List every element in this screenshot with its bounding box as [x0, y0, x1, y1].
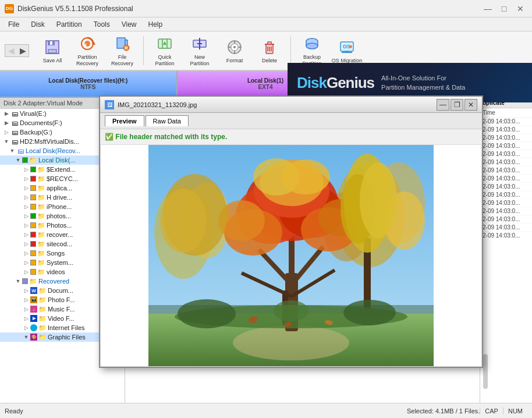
color-box-iphone: [30, 204, 36, 210]
menu-file[interactable]: File: [2, 19, 25, 30]
disk-tab-1-fs: EXT4: [258, 84, 273, 90]
svg-point-82: [178, 299, 236, 328]
color-box-recovered: [22, 278, 28, 284]
tab-raw-data[interactable]: Raw Data: [146, 115, 189, 126]
expand-hd2[interactable]: ▼: [2, 137, 10, 146]
disk-tab-0[interactable]: Local Disk(Recover files)(H:) NTFS: [0, 71, 178, 97]
os-migration-icon: OS: [338, 38, 356, 56]
partition-recovery-button[interactable]: R PartitionRecovery: [71, 34, 104, 68]
color-box-applica: [30, 185, 36, 191]
svg-text:R: R: [84, 43, 87, 47]
folder-icon-graphicfiles: 📁: [38, 333, 47, 341]
tree-label-videofiles: Video F...: [48, 315, 75, 322]
quick-partition-button[interactable]: QuickPartition: [148, 34, 181, 68]
expand-musicfiles[interactable]: ▷: [22, 305, 30, 313]
expand-iphone[interactable]: ▷: [22, 203, 30, 211]
status-ready: Ready: [5, 408, 407, 415]
music-icon: ♪: [30, 306, 37, 313]
file-recovery-button[interactable]: R FileRecovery: [106, 34, 139, 68]
expand-localdisk[interactable]: ▼: [8, 147, 16, 155]
time-entry-8: 2-09 14:03:0...: [480, 183, 532, 191]
time-entry-1: 2-09 14:03:0...: [480, 126, 532, 134]
svg-text:R: R: [125, 45, 128, 51]
folder-icon-extend: 📁: [37, 165, 45, 173]
expand-virtual[interactable]: ▶: [2, 109, 10, 118]
expand-applica[interactable]: ▷: [22, 184, 30, 192]
expand-Photos[interactable]: ▷: [22, 221, 30, 229]
modal-controls: — ❐ ✕: [437, 99, 477, 111]
new-partition-icon: [190, 34, 209, 53]
folder-icon-iphone: 📁: [37, 203, 45, 211]
photo-icon: 📷: [30, 296, 37, 303]
new-partition-label: NewPartition: [190, 54, 209, 67]
expand-localdisk-sub[interactable]: ▼: [14, 156, 22, 164]
folder-icon-applica: 📁: [37, 184, 45, 192]
modal-titlebar[interactable]: 🖼 IMG_20210321_113209.jpg — ❐ ✕: [100, 97, 482, 113]
format-button[interactable]: Format: [218, 34, 251, 68]
status-selection: Selected: 4.1MB / 1 Files.: [407, 408, 480, 415]
tree-label-localdisk: Local Disk(Recov...: [26, 147, 80, 154]
expand-internetfiles[interactable]: ▷: [22, 324, 30, 332]
folder-icon-musicfiles: 📁: [38, 305, 47, 313]
svg-rect-29: [268, 42, 271, 44]
expand-graphicfiles[interactable]: ▼: [22, 333, 30, 341]
expand-system[interactable]: ▷: [22, 258, 30, 267]
quick-partition-label: QuickPartition: [155, 54, 174, 67]
save-all-button[interactable]: Save All: [36, 34, 69, 68]
modal-close-btn[interactable]: ✕: [464, 99, 477, 111]
menu-tools[interactable]: Tools: [88, 19, 116, 30]
tree-label-recovered: Recovered: [38, 278, 69, 285]
tree-label-virtual: Virual(E:): [20, 110, 47, 117]
right-time-panel: uplicate Time 2-09 14:03:0... 2-09 14:03…: [480, 98, 532, 403]
scrollbar-thumb[interactable]: [483, 354, 488, 389]
maximize-button[interactable]: □: [497, 3, 511, 15]
tab-preview[interactable]: Preview: [105, 115, 144, 126]
expand-photos-lower[interactable]: ▷: [22, 212, 30, 220]
nav-forward-arrow[interactable]: ▶: [17, 45, 29, 56]
expand-songs[interactable]: ▷: [22, 249, 30, 257]
expand-videofiles[interactable]: ▷: [22, 314, 30, 323]
modal-minimize-btn[interactable]: —: [437, 99, 449, 111]
modal-title-icon: 🖼: [105, 100, 114, 109]
modal-restore-btn[interactable]: ❐: [451, 99, 463, 111]
expand-extend[interactable]: ▷: [22, 165, 30, 173]
expand-photofiles[interactable]: ▷: [22, 296, 30, 304]
expand-docs[interactable]: ▶: [2, 119, 10, 127]
tree-label-iphone: iPhone...: [47, 203, 72, 210]
folder-icon-recyc: 📁: [37, 175, 45, 183]
graphic-icon: 🎨: [30, 334, 37, 341]
color-box-videos: [30, 269, 36, 275]
minimize-button[interactable]: —: [481, 3, 495, 15]
file-recovery-label: FileRecovery: [111, 54, 133, 67]
nav-back-arrow[interactable]: ◀: [5, 45, 17, 56]
tree-label-videos: videos: [47, 268, 65, 275]
expand-videos[interactable]: ▷: [22, 268, 30, 276]
menu-disk[interactable]: Disk: [25, 19, 50, 30]
folder-icon-photofiles: 📁: [38, 296, 47, 304]
expand-hdrive[interactable]: ▷: [22, 193, 30, 201]
time-entry-10: 2-09 14:03:0...: [480, 199, 532, 207]
menu-help[interactable]: Help: [143, 19, 169, 30]
expand-sitecod[interactable]: ▷: [22, 240, 30, 248]
expand-backup[interactable]: ▷: [2, 128, 10, 136]
color-box-recyc: [30, 176, 36, 182]
new-partition-button[interactable]: NewPartition: [183, 34, 216, 68]
expand-docfiles[interactable]: ▷: [22, 286, 30, 295]
video-icon: ▶: [30, 315, 37, 322]
svg-rect-3: [50, 41, 52, 45]
expand-recovered[interactable]: ▼: [14, 277, 22, 285]
tree-label-songs: Songs: [47, 250, 65, 257]
delete-icon: [260, 38, 279, 56]
tree-label-docfiles: Docum...: [48, 287, 73, 294]
close-button[interactable]: ✕: [513, 3, 527, 15]
tree-label-hd2: HD2:MsftVirtualDis...: [20, 138, 79, 145]
folder-icon-sub: 📁: [29, 156, 37, 164]
menu-view[interactable]: View: [116, 19, 143, 30]
delete-button[interactable]: Delete: [253, 34, 286, 68]
expand-recyc[interactable]: ▷: [22, 175, 30, 183]
folder-icon-system: 📁: [37, 258, 45, 267]
expand-recover[interactable]: ▷: [22, 231, 30, 239]
partition-recovery-icon: R: [78, 34, 97, 53]
menu-partition[interactable]: Partition: [51, 19, 88, 30]
disk-icon-docs: 🖴: [10, 119, 19, 127]
